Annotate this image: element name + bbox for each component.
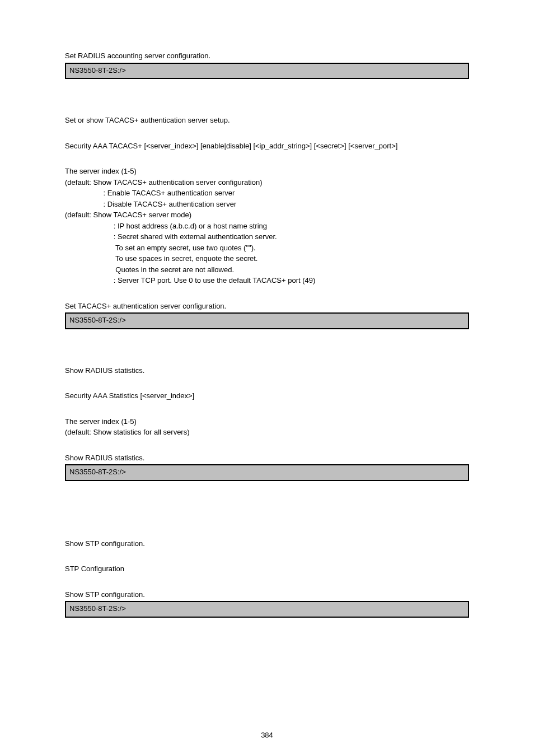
param-text: The server index (1-5) [65, 166, 469, 177]
param-text: Quotes in the secret are not allowed. [65, 264, 469, 276]
syntax-text: Security AAA TACACS+ [<server_index>] [e… [65, 141, 469, 152]
param-text: : Secret shared with external authentica… [65, 231, 469, 242]
page-number: 384 [0, 731, 534, 739]
param-text: : IP host address (a.b.c.d) or a host na… [65, 221, 469, 232]
description-text: Show RADIUS statistics. [65, 365, 469, 376]
code-prompt: NS3550-8T-2S:/> [69, 603, 465, 614]
code-prompt: NS3550-8T-2S:/> [69, 315, 465, 326]
param-text: To set an empty secret, use two quotes (… [65, 242, 469, 254]
description-text: Show STP configuration. [65, 589, 469, 600]
param-text: : Server TCP port. Use 0 to use the defa… [65, 275, 469, 286]
code-example-box: NS3550-8T-2S:/> [65, 312, 469, 329]
description-text: Set TACACS+ authentication server config… [65, 301, 469, 312]
page-container: Set RADIUS accounting server configurati… [0, 0, 534, 756]
code-prompt: NS3550-8T-2S:/> [69, 65, 465, 76]
syntax-text: Security AAA Statistics [<server_index>] [65, 390, 469, 402]
code-example-box: NS3550-8T-2S:/> [65, 464, 469, 481]
description-text: Show RADIUS statistics. [65, 452, 469, 464]
syntax-text: STP Configuration [65, 563, 469, 575]
description-text: Set or show TACACS+ authentication serve… [65, 115, 469, 126]
code-prompt: NS3550-8T-2S:/> [69, 466, 465, 478]
param-text: To use spaces in secret, enquote the sec… [65, 253, 469, 264]
param-text: (default: Show TACACS+ authentication se… [65, 177, 469, 188]
code-example-box: NS3550-8T-2S:/> [65, 601, 469, 618]
description-text: Set RADIUS accounting server configurati… [65, 50, 469, 62]
param-text: (default: Show statistics for all server… [65, 427, 469, 438]
code-example-box: NS3550-8T-2S:/> [65, 63, 469, 80]
description-text: Show STP configuration. [65, 538, 469, 549]
param-text: : Disable TACACS+ authentication server [65, 199, 469, 210]
param-text: : Enable TACACS+ authentication server [65, 188, 469, 199]
param-text: (default: Show TACACS+ server mode) [65, 209, 469, 221]
param-text: The server index (1-5) [65, 416, 469, 427]
